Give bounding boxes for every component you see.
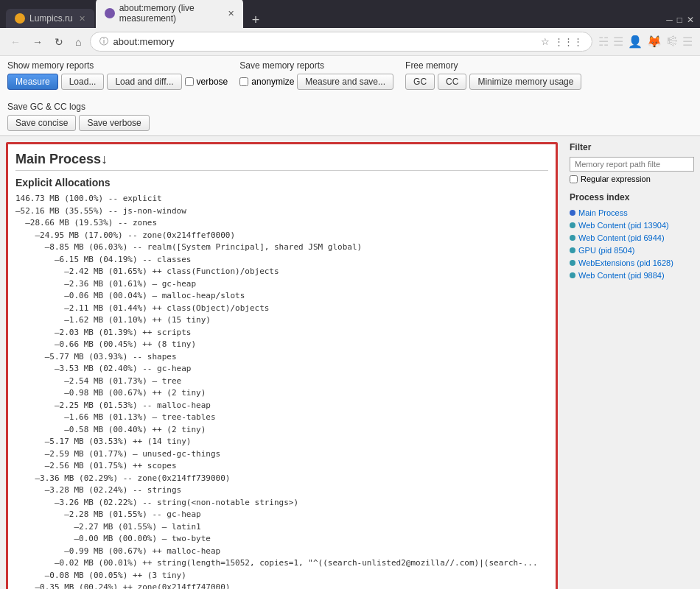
process-list: Main ProcessWeb Content (pid 13904)Web C…	[570, 207, 694, 281]
tab-memory-close[interactable]: ✕	[228, 9, 234, 18]
save-memory-controls: anonymize Measure and save...	[239, 74, 393, 90]
main-layout: Main Process↓ Explicit Allocations 146.7…	[0, 136, 700, 589]
process-link-1[interactable]: Web Content (pid 13904)	[578, 221, 669, 230]
process-link-2[interactable]: Web Content (pid 6944)	[578, 233, 665, 242]
window-controls: ─ □ ✕	[665, 15, 694, 28]
filter-section: Filter Regular expression	[570, 142, 694, 183]
account-icon[interactable]: 👤	[628, 35, 643, 49]
process-list-item-3: GPU (pid 8504)	[570, 244, 694, 255]
anonymize-label: anonymize	[251, 77, 294, 87]
process-dot-2	[570, 235, 575, 241]
tab-memory-icon	[105, 8, 115, 18]
free-memory-controls: GC CC Minimize memory usage	[405, 74, 581, 90]
process-dot-4	[570, 260, 575, 266]
regex-checkbox[interactable]	[570, 175, 578, 183]
save-memory-label: Save memory reports	[239, 60, 393, 71]
memory-tree: 146.73 MB (100.0%) -- explicit —52.16 MB…	[15, 193, 548, 589]
process-list-item-5: Web Content (pid 9884)	[570, 269, 694, 281]
url-text: about:memory	[113, 36, 536, 47]
minimize-memory-button[interactable]: Minimize memory usage	[469, 74, 581, 90]
process-link-3[interactable]: GPU (pid 8504)	[578, 246, 634, 255]
back-button[interactable]: ←	[7, 35, 24, 49]
measure-button[interactable]: Measure	[7, 74, 58, 90]
content-area[interactable]: Main Process↓ Explicit Allocations 146.7…	[6, 142, 558, 589]
load-button[interactable]: Load...	[61, 74, 105, 90]
new-tab-button[interactable]: +	[248, 13, 265, 28]
sidebar: Filter Regular expression Process index …	[564, 136, 700, 589]
verbose-label: verbose	[197, 77, 228, 87]
browser-actions: ☵ ☰ 👤 🦊 🨖 ☰	[598, 35, 693, 49]
verbose-checkbox[interactable]	[185, 77, 194, 86]
filter-input[interactable]	[570, 157, 694, 172]
process-link-0[interactable]: Main Process	[578, 208, 628, 217]
refresh-button[interactable]: ↻	[52, 35, 66, 49]
tab-memory-label: about:memory (live measurement)	[119, 3, 222, 24]
process-dot-0	[570, 210, 575, 216]
filter-title: Filter	[570, 142, 694, 152]
close-button[interactable]: ✕	[687, 15, 694, 25]
url-actions: ☆ ⋮⋮⋮	[541, 36, 583, 47]
gc-button[interactable]: GC	[405, 74, 435, 90]
process-index-section: Process index Main ProcessWeb Content (p…	[570, 192, 694, 281]
process-dot-5	[570, 272, 575, 278]
extensions-icon[interactable]: ☵	[598, 35, 609, 49]
menu-icon[interactable]: ☰	[682, 35, 693, 49]
tab-lumpics[interactable]: Lumpics.ru ✕	[6, 9, 94, 28]
save-gc-group: Save GC & CC logs Save concise Save verb…	[7, 102, 150, 131]
minimize-button[interactable]: ─	[666, 15, 673, 25]
main-process-title: Main Process↓	[15, 152, 548, 171]
fox-icon[interactable]: 🦊	[647, 35, 662, 49]
toolbar: Show memory reports Measure Load... Load…	[0, 56, 700, 136]
tab-lumpics-icon	[15, 13, 25, 24]
show-memory-controls: Measure Load... Load and diff... verbose	[7, 74, 228, 90]
process-link-5[interactable]: Web Content (pid 9884)	[578, 271, 665, 280]
bookmark-star-icon[interactable]: ☆	[541, 36, 550, 47]
lock-icon: ⓘ	[99, 35, 108, 48]
process-index-title: Process index	[570, 192, 694, 202]
url-bar[interactable]: ⓘ about:memory ☆ ⋮⋮⋮	[90, 32, 592, 52]
save-concise-button[interactable]: Save concise	[7, 115, 76, 131]
process-list-item-1: Web Content (pid 13904)	[570, 219, 694, 230]
forward-button[interactable]: →	[29, 35, 46, 49]
tab-lumpics-close[interactable]: ✕	[79, 14, 85, 24]
verbose-checkbox-label[interactable]: verbose	[185, 77, 228, 87]
anonymize-checkbox[interactable]	[239, 77, 248, 86]
maximize-button[interactable]: □	[677, 15, 682, 25]
regex-checkbox-label[interactable]: Regular expression	[570, 174, 694, 183]
show-memory-group: Show memory reports Measure Load... Load…	[7, 60, 228, 90]
show-memory-label: Show memory reports	[7, 60, 228, 71]
save-gc-controls: Save concise Save verbose	[7, 115, 150, 131]
reader-mode-icon: ⋮⋮⋮	[554, 36, 583, 47]
browser-chrome: Lumpics.ru ✕ about:memory (live measurem…	[0, 0, 700, 56]
save-verbose-button[interactable]: Save verbose	[79, 115, 149, 131]
process-dot-1	[570, 222, 575, 228]
anonymize-checkbox-label[interactable]: anonymize	[239, 77, 294, 87]
home-button[interactable]: ⌂	[72, 35, 84, 49]
process-dot-3	[570, 247, 575, 253]
free-memory-label: Free memory	[405, 60, 581, 71]
tab-bar: Lumpics.ru ✕ about:memory (live measurem…	[0, 0, 700, 28]
process-list-item-0: Main Process	[570, 207, 694, 218]
address-bar: ← → ↻ ⌂ ⓘ about:memory ☆ ⋮⋮⋮ ☵ ☰ 👤 🦊 🨖 ☰	[0, 28, 700, 56]
process-link-4[interactable]: WebExtensions (pid 1628)	[578, 258, 673, 267]
tab-lumpics-label: Lumpics.ru	[29, 13, 73, 24]
regex-label: Regular expression	[581, 174, 651, 183]
load-and-diff-button[interactable]: Load and diff...	[107, 74, 181, 90]
tab-memory[interactable]: about:memory (live measurement) ✕	[96, 0, 243, 28]
bookmarks-icon[interactable]: ☰	[613, 35, 623, 49]
explicit-alloc-title: Explicit Allocations	[15, 177, 548, 188]
process-list-item-2: Web Content (pid 6944)	[570, 232, 694, 243]
measure-and-save-button[interactable]: Measure and save...	[297, 74, 393, 90]
free-memory-group: Free memory GC CC Minimize memory usage	[405, 60, 581, 90]
addon-icon[interactable]: 🨖	[666, 35, 678, 49]
process-list-item-4: WebExtensions (pid 1628)	[570, 257, 694, 268]
cc-button[interactable]: CC	[438, 74, 466, 90]
save-gc-label: Save GC & CC logs	[7, 102, 150, 112]
save-memory-group: Save memory reports anonymize Measure an…	[239, 60, 393, 90]
